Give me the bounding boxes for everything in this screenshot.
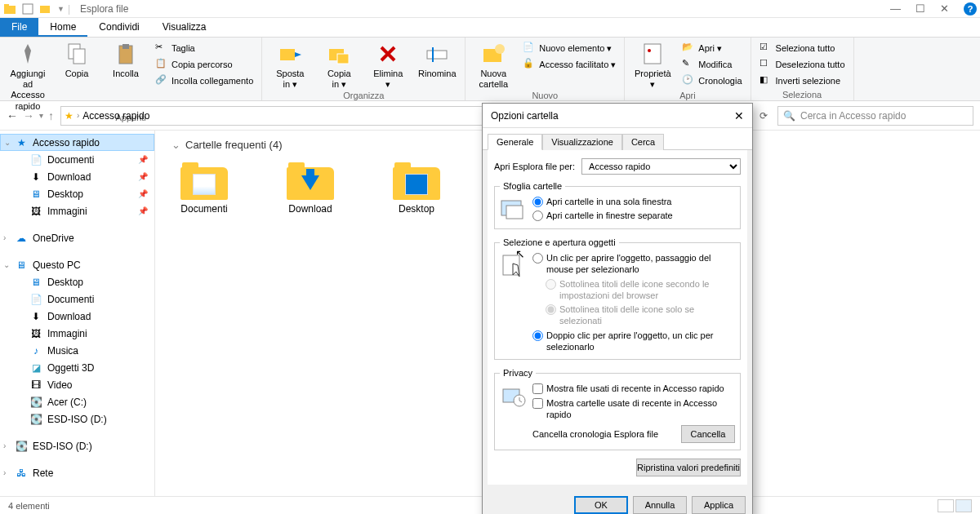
breadcrumb-location[interactable]: Accesso rapido: [82, 110, 149, 122]
sidebar-desktop[interactable]: 🖥Desktop📌: [0, 185, 154, 202]
quickaccess-star-icon: ★: [65, 110, 74, 122]
pin-icon: 📌: [138, 172, 148, 181]
single-click-radio[interactable]: Un clic per aprire l'oggetto, passaggio …: [532, 252, 735, 276]
browse-same-window-radio[interactable]: Apri cartelle in una sola finestra: [532, 196, 735, 207]
tab-home[interactable]: Home: [38, 18, 87, 37]
sidebar-esd2[interactable]: ›💽ESD-ISO (D:): [0, 437, 154, 454]
pin-to-quick-access-button[interactable]: Aggiungi ad Accesso rapido: [5, 39, 51, 112]
3d-icon: ◪: [29, 361, 42, 374]
sidebar-onedrive[interactable]: ›☁OneDrive: [0, 229, 154, 246]
dialog-close-button[interactable]: ✕: [734, 109, 744, 122]
sidebar-pc-acer[interactable]: 💽Acer (C:): [0, 393, 154, 410]
paste-button[interactable]: Incolla: [103, 39, 149, 79]
help-icon[interactable]: ?: [964, 2, 977, 16]
selectnone-icon: ☐: [760, 58, 773, 71]
close-button[interactable]: ✕: [940, 2, 949, 15]
dialog-tab-general[interactable]: Generale: [488, 134, 542, 150]
select-none-button[interactable]: ☐Deseleziona tutto: [756, 57, 849, 72]
sidebar-pc-esd1[interactable]: 💽ESD-ISO (D:): [0, 410, 154, 428]
folder-download[interactable]: Download: [278, 161, 343, 215]
rename-button[interactable]: Rinomina: [414, 39, 460, 79]
folder-desktop[interactable]: Desktop: [384, 161, 449, 215]
sidebar-immagini[interactable]: 🖼Immagini📌: [0, 202, 154, 219]
music-icon: ♪: [29, 344, 42, 357]
drive-icon: 💽: [29, 413, 42, 426]
minimize-button[interactable]: —: [890, 2, 901, 15]
title-bar: ▼ | Esplora file — ☐ ✕ ?: [0, 0, 980, 18]
sidebar-pc-desktop[interactable]: 🖥Desktop: [0, 273, 154, 290]
sidebar-rete[interactable]: ›🖧Rete: [0, 464, 154, 481]
group-new-label: Nuovo: [470, 90, 619, 101]
properties-icon: [639, 41, 666, 67]
tab-view[interactable]: Visualizza: [151, 18, 218, 37]
dialog-tabs: Generale Visualizzazione Cerca: [483, 128, 752, 150]
svg-rect-7: [122, 44, 129, 49]
recent-dropdown[interactable]: ▾: [39, 111, 43, 120]
svg-rect-5: [74, 49, 85, 64]
apply-button[interactable]: Applica: [692, 496, 746, 514]
underline-browser-radio: Sottolinea titoli delle icone secondo le…: [546, 278, 735, 302]
move-icon: [277, 41, 303, 67]
back-button[interactable]: ←: [7, 109, 18, 122]
sidebar-pc-musica[interactable]: ♪Musica: [0, 342, 154, 359]
search-input[interactable]: 🔍 Cerca in Accesso rapido: [777, 106, 973, 126]
details-view-toggle[interactable]: [938, 499, 954, 512]
svg-rect-2: [23, 4, 33, 14]
new-folder-icon[interactable]: [39, 2, 52, 16]
properties-icon[interactable]: [21, 2, 34, 16]
paste-shortcut-button[interactable]: 🔗Incolla collegamento: [152, 73, 256, 88]
properties-button[interactable]: Proprietà ▾: [630, 39, 675, 90]
up-button[interactable]: ↑: [48, 109, 54, 122]
move-to-button[interactable]: Sposta in ▾: [267, 39, 313, 90]
sidebar-pc-immagini[interactable]: 🖼Immagini: [0, 325, 154, 342]
sidebar-this-pc[interactable]: ⌄🖥Questo PC: [0, 256, 154, 273]
sidebar-pc-video[interactable]: 🎞Video: [0, 376, 154, 393]
invert-selection-button[interactable]: ◧Inverti selezione: [756, 73, 849, 88]
separator: |: [68, 3, 70, 15]
browse-new-window-radio[interactable]: Apri cartelle in finestre separate: [532, 210, 735, 221]
sidebar-documenti[interactable]: 📄Documenti📌: [0, 151, 154, 168]
ok-button[interactable]: OK: [574, 496, 628, 514]
privacy-group: Privacy Mostra file usati di recente in …: [494, 368, 741, 450]
sidebar-quick-access[interactable]: ⌄★Accesso rapido: [0, 134, 154, 151]
dialog-tab-search[interactable]: Cerca: [622, 134, 664, 150]
history-button[interactable]: 🕑Cronologia: [679, 73, 745, 88]
copy-path-button[interactable]: 📋Copia percorso: [152, 57, 256, 72]
edit-button[interactable]: ✎Modifica: [679, 57, 745, 72]
group-organize-label: Organizza: [267, 90, 460, 101]
sidebar-pc-oggetti3d[interactable]: ◪Oggetti 3D: [0, 359, 154, 376]
svg-rect-3: [40, 6, 50, 13]
open-explorer-for-select[interactable]: Accesso rapido: [581, 158, 741, 175]
copy-button[interactable]: Copia: [54, 39, 100, 79]
restore-defaults-button[interactable]: Ripristina valori predefiniti: [636, 459, 741, 476]
copy-to-button[interactable]: Copia in ▾: [316, 39, 362, 90]
qat-dropdown-icon[interactable]: ▼: [57, 5, 65, 13]
underline-point-radio: Sottolinea titoli delle icone solo se se…: [546, 304, 735, 327]
tab-file[interactable]: File: [0, 18, 38, 37]
folder-documenti[interactable]: Documenti: [172, 161, 237, 215]
tab-share[interactable]: Condividi: [87, 18, 150, 37]
forward-button[interactable]: →: [23, 109, 34, 122]
maximize-button[interactable]: ☐: [915, 2, 925, 15]
new-item-button[interactable]: 📄Nuovo elemento ▾: [519, 41, 619, 55]
show-recent-files-check[interactable]: Mostra file usati di recente in Accesso …: [532, 383, 735, 394]
delete-button[interactable]: Elimina ▾: [365, 39, 411, 90]
new-folder-button[interactable]: Nuova cartella: [470, 39, 516, 90]
show-recent-folders-check[interactable]: Mostra cartelle usate di recente in Acce…: [532, 397, 735, 421]
cancel-button[interactable]: Annulla: [633, 496, 687, 514]
sidebar-pc-download[interactable]: ⬇Download: [0, 308, 154, 325]
icons-view-toggle[interactable]: [956, 499, 972, 512]
select-all-button[interactable]: ☑Seleziona tutto: [756, 41, 849, 55]
network-icon: 🖧: [15, 467, 28, 480]
pin-icon: 📌: [138, 189, 148, 198]
refresh-button[interactable]: ⟳: [760, 110, 768, 122]
paste-icon: [113, 41, 139, 67]
dialog-tab-view[interactable]: Visualizzazione: [542, 134, 622, 150]
sidebar-pc-documenti[interactable]: 📄Documenti: [0, 290, 154, 308]
cut-button[interactable]: ✂Taglia: [152, 41, 256, 55]
sidebar-download[interactable]: ⬇Download📌: [0, 168, 154, 185]
double-click-radio[interactable]: Doppio clic per aprire l'oggetto, un cli…: [532, 330, 735, 353]
easy-access-button[interactable]: 🔓Accesso facilitato ▾: [519, 57, 619, 72]
open-button[interactable]: 📂Apri ▾: [679, 41, 745, 55]
clear-history-button[interactable]: Cancella: [681, 425, 735, 443]
